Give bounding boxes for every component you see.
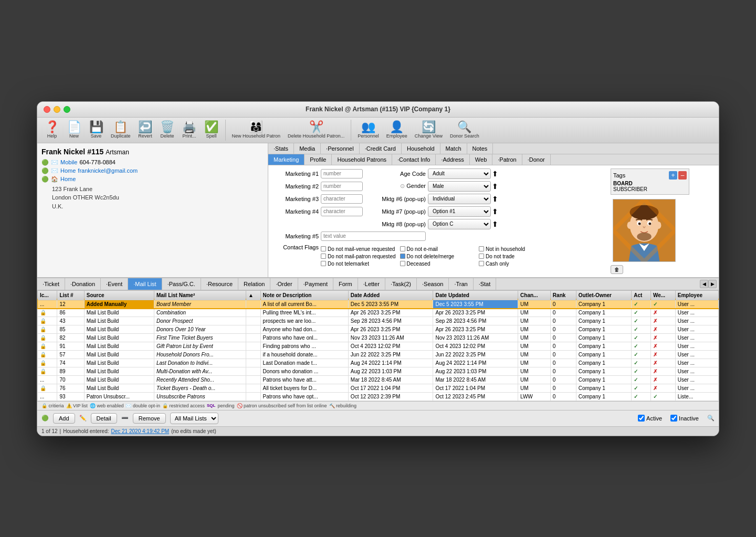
table-row[interactable]: 🔒82Mail List Build First Time Ticket Buy… xyxy=(38,333,719,342)
spell-button[interactable]: ✅ Spell xyxy=(201,120,222,140)
avatar-delete-button[interactable]: 🗑 xyxy=(611,265,623,274)
delete-household-button[interactable]: ✂️ Delete Household Patron... xyxy=(285,120,348,140)
btab-donation[interactable]: ·Donation xyxy=(65,278,101,290)
tab-web[interactable]: Web xyxy=(470,154,492,165)
age-code-select[interactable]: Adult xyxy=(428,169,491,179)
scroll-left-icon[interactable]: ◀ xyxy=(700,280,708,288)
mktg6-up-icon[interactable]: ⬆ xyxy=(492,195,498,203)
revert-button[interactable]: ↩️ Revert xyxy=(135,120,156,140)
tab-patron[interactable]: ·Patron xyxy=(492,154,522,165)
table-row[interactable]: 🔒89Mail List Build Multi-Donation with A… xyxy=(38,367,719,375)
lock-search-icon[interactable]: 🔍 xyxy=(707,415,715,422)
btab-pass-gc[interactable]: ·Pass/G.C. xyxy=(162,278,201,290)
tab-household[interactable]: Household xyxy=(402,143,440,154)
home-link[interactable]: Home xyxy=(60,176,76,182)
gender-select[interactable]: Male Female xyxy=(428,181,491,192)
table-row[interactable]: 🔒85Mail List Build Donors Over 10 Year A… xyxy=(38,325,719,333)
table-row[interactable]: ... 12 Added Manually Board Member A lis… xyxy=(38,300,719,308)
new-household-button[interactable]: 👨‍👩‍👧 New Household Patron xyxy=(229,120,284,140)
btab-order[interactable]: ·Order xyxy=(270,278,298,290)
btab-form[interactable]: Form xyxy=(333,278,358,290)
flag-not-in-household-checkbox[interactable] xyxy=(479,246,484,251)
employee-button[interactable]: 👤 Employee xyxy=(383,120,411,140)
change-view-button[interactable]: 🔄 Change View xyxy=(412,120,446,140)
marketing-3-input[interactable] xyxy=(321,194,363,204)
btab-stat[interactable]: ·Stat xyxy=(474,278,497,290)
flag-no-delete-merge-checkbox[interactable] xyxy=(400,254,405,259)
tab-media[interactable]: Media xyxy=(294,143,321,154)
mktg8-up-icon[interactable]: ⬆ xyxy=(492,220,498,228)
table-row[interactable]: 🔒76Mail List Build Ticket Buyers - Death… xyxy=(38,384,719,392)
donor-search-button[interactable]: 🔍 Donor Search xyxy=(447,120,482,140)
filter-select[interactable]: All Mail Lists xyxy=(170,413,218,424)
table-row[interactable]: 🔒74Mail List Build Last Donation to Indi… xyxy=(38,359,719,367)
tab-address[interactable]: ·Address xyxy=(436,154,469,165)
tab-personnel[interactable]: ·Personnel xyxy=(321,143,360,154)
add-button[interactable]: Add xyxy=(53,413,75,424)
flag-no-trade-checkbox[interactable] xyxy=(479,254,484,259)
maximize-button[interactable] xyxy=(64,106,70,113)
flag-no-email-checkbox[interactable] xyxy=(400,246,405,251)
col-sort[interactable]: ▲ xyxy=(246,290,261,300)
btab-payment[interactable]: ·Payment xyxy=(298,278,333,290)
new-button[interactable]: 📄 New xyxy=(64,120,85,140)
scroll-right-icon[interactable]: ▶ xyxy=(708,280,717,288)
flag-cash-only-checkbox[interactable] xyxy=(479,261,484,266)
btab-tran[interactable]: ·Tran xyxy=(449,278,473,290)
btab-resource[interactable]: ·Resource xyxy=(201,278,238,290)
marketing-5-input[interactable] xyxy=(321,231,426,241)
marketing-2-input[interactable] xyxy=(321,182,363,191)
btab-event[interactable]: ·Event xyxy=(101,278,128,290)
table-row[interactable]: ...93Patron Unsubscr... Unsubscribe Patr… xyxy=(38,392,719,401)
flag-no-mail-patron-checkbox[interactable] xyxy=(321,254,326,259)
active-checkbox[interactable] xyxy=(638,415,645,422)
mktg7-up-icon[interactable]: ⬆ xyxy=(492,207,498,216)
btab-mail-list[interactable]: ·Mail List xyxy=(128,278,162,290)
btab-task2[interactable]: ·Task(2) xyxy=(385,278,417,290)
flag-no-mail-venue-checkbox[interactable] xyxy=(321,246,326,251)
tab-match[interactable]: Match xyxy=(440,143,467,154)
table-row[interactable]: 🔒43Mail List Build Donor Prospect prospe… xyxy=(38,317,719,325)
mktg6-select[interactable]: Individual xyxy=(428,194,491,204)
tab-donor[interactable]: ·Donor xyxy=(522,154,551,165)
mktg7-select[interactable]: Option #1 xyxy=(428,206,491,217)
tab-stats[interactable]: ·Stats xyxy=(268,143,294,154)
flag-deceased-checkbox[interactable] xyxy=(400,261,405,266)
tags-add-button[interactable]: + xyxy=(669,171,677,180)
table-row[interactable]: 🔒91Mail List Build Gift Patron List by E… xyxy=(38,342,719,350)
remove-button[interactable]: Remove xyxy=(133,413,166,424)
table-row[interactable]: 🔒57Mail List Build Household Donors Fro.… xyxy=(38,350,719,359)
btab-relation[interactable]: Relation xyxy=(238,278,270,290)
help-button[interactable]: ❓ Help xyxy=(41,120,62,140)
btab-ticket[interactable]: ·Ticket xyxy=(37,278,65,290)
print-button[interactable]: 🖨️ Print... xyxy=(179,120,200,140)
table-row[interactable]: ...70Mail List Build Recently Attended S… xyxy=(38,375,719,384)
inactive-checkbox[interactable] xyxy=(670,415,677,422)
tab-credit-card[interactable]: ·Credit Card xyxy=(360,143,402,154)
btab-season[interactable]: ·Season xyxy=(417,278,449,290)
save-button[interactable]: 💾 Save xyxy=(86,120,107,140)
mktg8-select[interactable]: Option C xyxy=(428,219,491,229)
tags-remove-button[interactable]: – xyxy=(678,171,687,180)
minimize-button[interactable] xyxy=(54,106,60,113)
flag-no-telemarket-checkbox[interactable] xyxy=(321,261,326,266)
tab-notes[interactable]: Notes xyxy=(467,143,494,154)
btab-letter[interactable]: ·Letter xyxy=(358,278,385,290)
gender-up-icon[interactable]: ⬆ xyxy=(492,182,498,191)
tab-contact-info[interactable]: ·Contact Info xyxy=(392,154,436,165)
close-button[interactable] xyxy=(44,106,50,113)
table-row[interactable]: 🔒 86 Mail List Build Combination Pulling… xyxy=(38,308,719,317)
home-label[interactable]: Home xyxy=(60,167,76,174)
marketing-1-input[interactable] xyxy=(321,169,363,178)
tab-marketing[interactable]: Marketing xyxy=(268,154,304,165)
delete-button[interactable]: 🗑️ Delete xyxy=(157,120,178,140)
detail-button[interactable]: Detail xyxy=(91,413,117,424)
tab-profile[interactable]: Profile xyxy=(304,154,332,165)
marketing-4-input[interactable] xyxy=(321,207,363,216)
home-email[interactable]: franknickel@gmail.com xyxy=(78,167,138,174)
mobile-label[interactable]: Mobile xyxy=(60,159,77,165)
status-date-link[interactable]: Dec 21 2020 4:19:42 PM xyxy=(111,428,170,434)
age-code-up-icon[interactable]: ⬆ xyxy=(492,170,498,178)
personnel-button[interactable]: 👥 Personnel xyxy=(354,120,382,140)
duplicate-button[interactable]: 📋 Duplicate xyxy=(108,120,134,140)
